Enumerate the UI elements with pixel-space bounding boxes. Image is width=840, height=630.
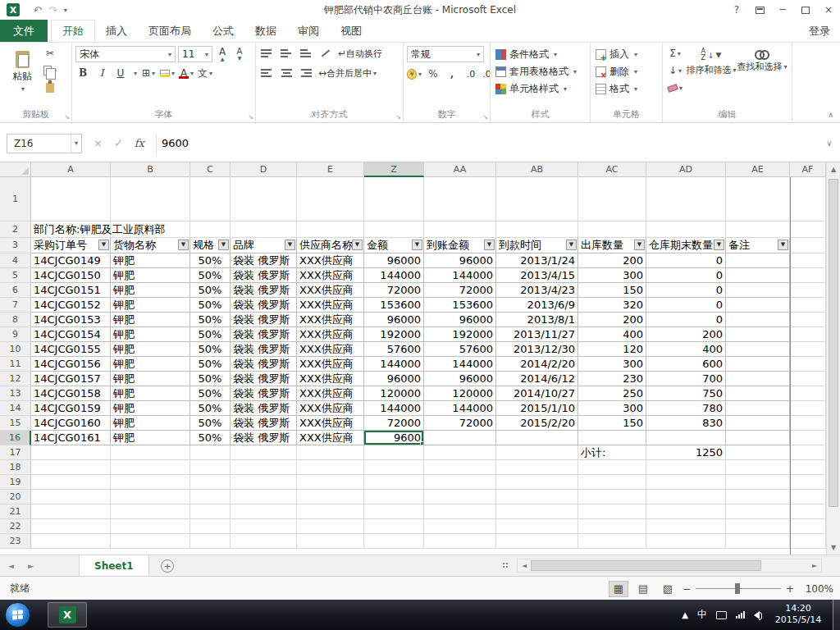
cell-A20[interactable] [31,490,111,504]
cell-E21[interactable] [297,504,364,519]
view-page-break-button[interactable]: ▧ [658,581,678,597]
filter-button-A[interactable]: ▼ [98,240,109,250]
font-name-select[interactable]: 宋体 ▾ [75,46,176,62]
cell-D6[interactable]: 袋装 俄罗斯 [231,283,297,298]
clear-button[interactable]: ▾ [668,80,682,95]
cell-A21[interactable] [31,504,111,519]
delete-cells-button[interactable]: 删除▾ [594,63,660,80]
cell-B21[interactable] [111,504,190,519]
zoom-out-button[interactable]: − [682,583,691,595]
cell-D7[interactable]: 袋装 俄罗斯 [231,298,297,313]
cell-AC19[interactable] [578,475,646,490]
cell-Z8[interactable]: 96000 [364,313,424,327]
filter-button-AE[interactable]: ▼ [778,240,788,250]
scroll-right-icon[interactable]: ► [808,559,821,572]
cell-E6[interactable]: XXX供应商 [297,283,364,298]
cell-E19[interactable] [297,475,364,490]
cell-AC5[interactable]: 300 [578,268,646,283]
column-header-AE[interactable]: AE [726,162,790,177]
decrease-font-button[interactable]: A▼ [232,47,247,62]
cell-C4[interactable]: 50% [190,253,231,268]
cell-AD23[interactable] [646,534,726,549]
enter-button[interactable]: ✓ [114,137,123,149]
filter-button-Z[interactable]: ▼ [412,240,422,250]
minimize-button[interactable]: ─ [771,0,794,20]
cell-E17[interactable] [297,445,364,460]
fill-color-dropdown-icon[interactable]: ▾ [171,70,175,77]
help-button[interactable]: ? [725,0,748,20]
cell-AE15[interactable] [726,416,790,431]
borders-button[interactable]: ⊞▾ [141,66,156,80]
conditional-formatting-button[interactable]: 条件格式▾ [494,46,588,63]
cell-Z21[interactable] [364,504,424,519]
row-header-22[interactable]: 22 [0,519,31,534]
cell-E3[interactable]: 供应商名称▼ [297,238,364,253]
cell-C12[interactable]: 50% [190,372,231,386]
cell-A22[interactable] [31,519,111,534]
cell-Z6[interactable]: 72000 [364,283,424,298]
column-header-Z[interactable]: Z [364,162,424,177]
customize-qat-dropdown-icon[interactable]: ▾ [64,7,67,14]
cell-B16[interactable]: 钾肥 [111,431,190,445]
zoom-slider[interactable] [696,588,781,589]
zoom-in-button[interactable]: + [786,583,794,595]
cell-C9[interactable]: 50% [190,327,231,342]
cell-AF2[interactable] [790,221,826,238]
delete-dropdown-icon[interactable]: ▾ [634,68,637,75]
insert-function-button[interactable]: fx [135,137,144,149]
cell-A10[interactable]: 14CJCG0155 [31,342,111,357]
cell-B14[interactable]: 钾肥 [111,401,190,416]
new-sheet-button[interactable]: + [161,559,174,573]
tab-view[interactable]: 视图 [330,20,372,42]
show-desktop-button[interactable] [833,600,840,630]
cell-AE21[interactable] [726,504,790,519]
cell-B12[interactable]: 钾肥 [111,372,190,386]
cell-AE20[interactable] [726,490,790,504]
row-header-6[interactable]: 6 [0,283,31,298]
column-header-E[interactable]: E [297,162,364,177]
cell-D11[interactable]: 袋装 俄罗斯 [231,357,297,372]
cell-D10[interactable]: 袋装 俄罗斯 [231,342,297,357]
cell-E12[interactable]: XXX供应商 [297,372,364,386]
cell-AC8[interactable]: 200 [578,313,646,327]
cell-C16[interactable]: 50% [190,431,231,445]
vertical-scroll-thumb[interactable] [829,179,838,507]
phonetic-dropdown-icon[interactable]: ▾ [209,70,212,77]
cell-AC10[interactable]: 120 [578,342,646,357]
row-header-5[interactable]: 5 [0,268,31,283]
cell-A3[interactable]: 采购订单号▼ [31,238,111,253]
cell-AD1[interactable] [646,177,726,221]
row-header-15[interactable]: 15 [0,416,31,431]
cell-AE2[interactable] [726,221,790,238]
align-right-button[interactable] [299,66,313,80]
cell-AB7[interactable]: 2013/6/9 [496,298,578,313]
tab-page-layout[interactable]: 页面布局 [138,20,202,42]
cell-AA3[interactable]: 到账金额▼ [424,238,496,253]
row-header-12[interactable]: 12 [0,372,31,386]
cell-AC18[interactable] [578,460,646,475]
cell-Z20[interactable] [364,490,424,504]
cell-D4[interactable]: 袋装 俄罗斯 [231,253,297,268]
cell-AD4[interactable]: 0 [646,253,726,268]
increase-decimal-button[interactable]: .0 [463,66,478,81]
cell-B8[interactable]: 钾肥 [111,313,190,327]
filter-button-E[interactable]: ▼ [352,240,363,250]
cell-AF16[interactable] [790,431,826,445]
cell-AF8[interactable] [790,313,826,327]
formula-input[interactable]: 9600 [157,134,822,153]
cell-B19[interactable] [111,475,190,490]
cell-D9[interactable]: 袋装 俄罗斯 [231,327,297,342]
cell-D1[interactable] [231,177,297,221]
cell-A1[interactable] [31,177,111,221]
cell-AB15[interactable]: 2015/2/20 [496,416,578,431]
cell-B20[interactable] [111,490,190,504]
merge-dropdown-icon[interactable]: ▾ [373,70,377,77]
cell-AA6[interactable]: 72000 [424,283,496,298]
cell-AA20[interactable] [424,490,496,504]
cell-AB22[interactable] [496,519,578,534]
scroll-down-icon[interactable]: ▼ [827,541,840,555]
cell-C20[interactable] [190,490,231,504]
cell-B13[interactable]: 钾肥 [111,386,190,401]
cell-C5[interactable]: 50% [190,268,231,283]
cell-B7[interactable]: 钾肥 [111,298,190,313]
